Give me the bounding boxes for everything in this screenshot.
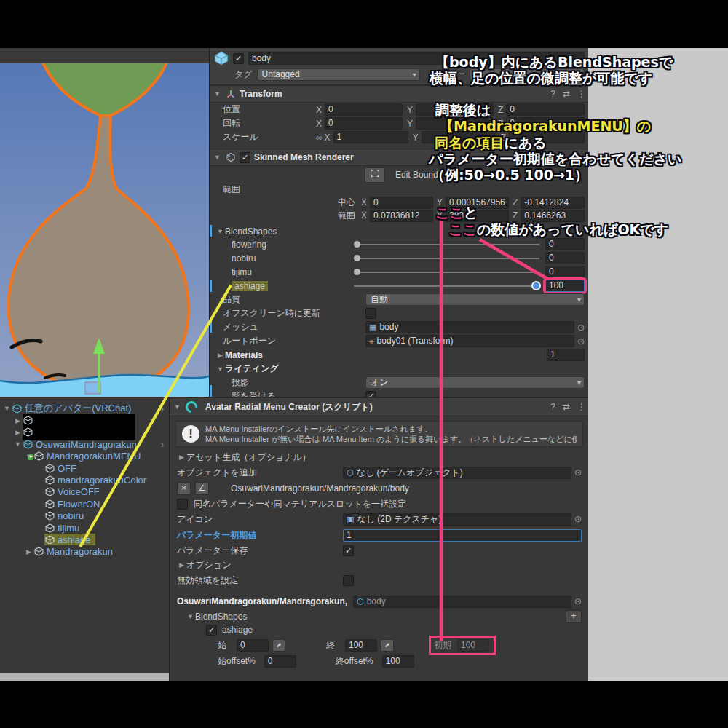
foldout-arrow[interactable]: ▼ — [213, 154, 222, 161]
icon-field[interactable]: ▣なし (2D テクスチャ) — [343, 513, 571, 526]
edit-bounds-button[interactable] — [365, 167, 385, 183]
help-icon[interactable]: ? — [550, 402, 555, 412]
foldout-arrow[interactable]: ▼ — [215, 365, 225, 373]
foldout-arrow[interactable]: ▶ — [24, 548, 33, 555]
update-offscreen-checkbox[interactable] — [365, 308, 376, 319]
hierarchy-item[interactable]: ▼ + MandragorakunMENU — [0, 451, 169, 462]
foldout-arrow[interactable]: ▼ — [24, 453, 33, 460]
foldout-arrow[interactable]: ▼ — [173, 403, 182, 411]
hierarchy-item[interactable]: ▶ + Mandragorakun — [0, 546, 169, 558]
radial-menu-creator-header[interactable]: ▼ Avatar Radial Menu Creator (スクリプト) ?⇄⋮ — [170, 397, 589, 416]
tag-dropdown[interactable]: Untagged — [257, 68, 420, 81]
slider-thumb[interactable] — [354, 269, 360, 275]
hierarchy-item[interactable]: + tijimu — [0, 522, 169, 534]
hierarchy-item[interactable]: + OFF — [0, 462, 169, 474]
receive-shadows-checkbox[interactable]: ✓ — [365, 391, 376, 397]
object-picker-icon[interactable]: ⊙ — [577, 323, 585, 333]
foldout-arrow[interactable]: ▶ — [177, 561, 186, 569]
active-checkbox[interactable]: ✓ — [233, 53, 244, 64]
z-field[interactable]: 0.1466263 — [521, 210, 585, 222]
x-field[interactable]: 0 — [325, 117, 403, 130]
blendshape-value-field[interactable]: 0 — [545, 252, 585, 264]
z-field[interactable]: -0.1412824 — [521, 197, 585, 209]
add-object-field[interactable]: ⬡なし (ゲームオブジェクト) — [343, 467, 571, 479]
blendshape-slider[interactable] — [354, 253, 539, 264]
start-offset-field[interactable]: 0 — [264, 655, 296, 668]
foldout-arrow[interactable]: ▶ — [13, 429, 23, 436]
hierarchy-item[interactable]: ▼ + OsuwariMandragorakun › — [0, 438, 169, 450]
scene-viewport[interactable] — [0, 63, 209, 397]
presets-icon[interactable]: ⇄ — [563, 89, 570, 99]
start-picker-button[interactable]: ⬈ — [272, 639, 285, 652]
start-label: 始 — [218, 639, 226, 652]
component-enabled-checkbox[interactable]: ✓ — [240, 152, 250, 163]
chevron-icon[interactable]: › — [161, 439, 164, 450]
foldout-arrow[interactable]: ▶ — [13, 417, 23, 424]
blendshapes-foldout[interactable]: BlendShapes — [195, 612, 247, 622]
annotation-line5: 同名の項目にある — [435, 135, 547, 151]
initial-field[interactable]: 100 — [457, 639, 489, 652]
object-picker-icon[interactable]: ⊙ — [577, 336, 585, 347]
mesh-object-field[interactable]: ▦body — [365, 321, 574, 333]
blendshape-slider[interactable] — [354, 267, 539, 277]
help-icon[interactable]: ? — [550, 89, 555, 99]
blendshape-value-field[interactable]: 0 — [545, 238, 585, 250]
hierarchy-item[interactable]: + mandragorakunColor — [0, 474, 169, 486]
remove-button[interactable]: × — [177, 482, 191, 495]
foldout-arrow[interactable]: ▼ — [2, 405, 12, 412]
object-picker-icon[interactable]: ⊙ — [574, 514, 582, 524]
end-picker-button[interactable]: ⬈ — [381, 639, 394, 652]
slider-thumb[interactable] — [354, 255, 360, 261]
blendshape-value-field[interactable]: 0 — [545, 266, 585, 278]
link-scale-icon[interactable]: ∞ — [316, 132, 323, 143]
blendshape-slider[interactable] — [354, 281, 539, 291]
param-default-field[interactable]: 1 — [343, 529, 582, 542]
foldout-arrow[interactable]: ▼ — [213, 90, 222, 98]
object-picker-icon[interactable]: ⊙ — [574, 467, 582, 478]
slider-thumb[interactable] — [354, 241, 360, 248]
end-field[interactable]: 100 — [345, 639, 377, 652]
batch-set-checkbox[interactable] — [177, 499, 188, 510]
foldout-arrow[interactable]: ▶ — [215, 352, 225, 359]
asset-gen-foldout[interactable]: アセット生成（オプショナル） — [186, 451, 311, 464]
start-field[interactable]: 0 — [237, 639, 269, 652]
blendshape-slider[interactable] — [354, 240, 539, 250]
x-field[interactable]: 0.07836812 — [370, 210, 433, 222]
x-field[interactable]: 0 — [325, 103, 403, 116]
hierarchy-item[interactable]: + ashiage — [0, 534, 169, 545]
quality-dropdown[interactable]: 自動 — [365, 293, 585, 306]
presets-icon[interactable]: ⇄ — [563, 402, 570, 412]
materials-count-field[interactable]: 1 — [547, 349, 585, 361]
more-icon[interactable]: ⋮ — [577, 402, 586, 412]
shape-enabled-checkbox[interactable]: ✓ — [206, 625, 217, 636]
hierarchy-item[interactable]: ▶ + — [0, 427, 169, 438]
z-field[interactable]: 0 — [506, 103, 585, 116]
target-object-field[interactable]: ⬡body — [353, 596, 571, 608]
transform-header[interactable]: ▼ Transform ?⇄⋮ — [210, 85, 589, 103]
x-field[interactable]: 0 — [370, 197, 433, 209]
hierarchy-item[interactable]: + VoiceOFF — [0, 486, 169, 498]
foldout-arrow[interactable]: ▼ — [215, 228, 225, 235]
hierarchy-item[interactable]: + nobiru — [0, 510, 169, 522]
cast-shadows-dropdown[interactable]: オン — [365, 376, 585, 389]
chevron-icon[interactable]: › — [161, 403, 164, 414]
scene-view[interactable] — [0, 48, 209, 397]
blendshape-name: flowering — [232, 240, 354, 250]
blendshape-value-field[interactable]: 100 — [545, 280, 585, 292]
reorder-button[interactable]: ∠ — [195, 482, 209, 495]
more-icon[interactable]: ⋮ — [577, 89, 586, 99]
foldout-arrow[interactable]: ▼ — [186, 613, 195, 620]
gameobject-cube-icon[interactable] — [214, 51, 229, 66]
hierarchy-item[interactable]: + FlowerON — [0, 498, 169, 510]
disabled-area-checkbox[interactable] — [343, 575, 354, 586]
root-bone-object-field[interactable]: ⚹body01 (Transform) — [365, 335, 574, 347]
foldout-arrow[interactable]: ▶ — [177, 454, 186, 461]
slider-thumb[interactable] — [531, 281, 541, 290]
x-field[interactable]: 1 — [333, 131, 408, 143]
end-offset-field[interactable]: 100 — [382, 655, 414, 668]
options-foldout[interactable]: オプション — [186, 559, 231, 571]
foldout-arrow[interactable]: ▼ — [13, 440, 23, 448]
object-picker-icon[interactable]: ⊙ — [574, 596, 582, 606]
param-save-checkbox[interactable]: ✓ — [343, 545, 354, 556]
add-blendshape-button[interactable]: + — [566, 610, 582, 623]
